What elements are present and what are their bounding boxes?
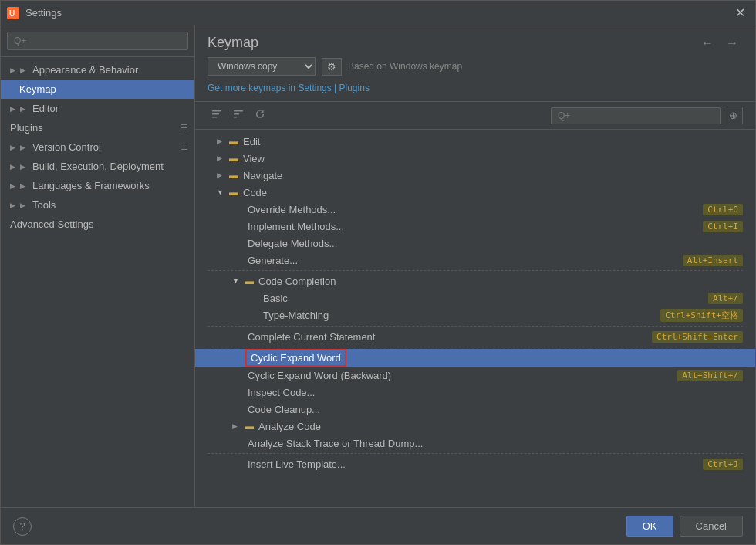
expand-all-button[interactable] <box>208 107 226 124</box>
separator <box>208 453 743 454</box>
help-button[interactable]: ? <box>13 517 32 536</box>
arrow-icon: ▶ <box>217 137 226 145</box>
tree-item-override[interactable]: Override Methods... Ctrl+O <box>195 201 755 218</box>
window-title: Settings <box>25 7 62 19</box>
sidebar-item-label: Advanced Settings <box>10 218 93 230</box>
sidebar-item-languages[interactable]: ▶ Languages & Frameworks <box>1 176 194 195</box>
content-area: ▶ Appearance & Behavior Keymap ▶ Editor … <box>1 25 755 507</box>
tree-item-cyclic-expand-back[interactable]: Cyclic Expand Word (Backward) Alt+Shift+… <box>195 367 755 384</box>
collapse-all-button[interactable] <box>229 107 248 124</box>
sidebar-item-version-control[interactable]: ▶ Version Control ☰ <box>1 137 194 157</box>
tree-item-label: Inspect Code... <box>248 387 315 398</box>
sidebar-item-tools[interactable]: ▶ Tools <box>1 195 194 215</box>
tree-item-label: Implement Methods... <box>248 221 344 232</box>
tree-item-label: Complete Current Statement <box>248 331 375 343</box>
sidebar-search-input[interactable] <box>7 32 188 50</box>
restore-defaults-button[interactable] <box>251 107 269 124</box>
tree-item-label: Edit <box>243 136 260 147</box>
search-action-button[interactable]: ⊕ <box>724 107 743 124</box>
settings-window: U Settings ✕ ▶ Appearance & Behavior Key… <box>0 0 756 545</box>
tree-item-label: Code <box>243 187 267 198</box>
tree-item-edit[interactable]: ▶ ▬ Edit <box>195 133 755 150</box>
sidebar-item-editor[interactable]: ▶ Editor <box>1 99 194 118</box>
sidebar-item-label: Keymap <box>19 83 56 95</box>
keymap-controls: Windows copyDefaultMac OS XEclipseNetBea… <box>208 57 743 76</box>
shortcut-badge: Ctrl+Shift+空格 <box>660 309 743 322</box>
sidebar-item-advanced[interactable]: Advanced Settings <box>1 215 194 234</box>
sidebar-item-label: Appearance & Behavior <box>32 64 138 76</box>
folder-icon: ▬ <box>229 153 238 164</box>
toolbar-search: ⊕ <box>551 107 743 124</box>
ok-button[interactable]: OK <box>626 516 673 537</box>
sidebar-nav: ▶ Appearance & Behavior Keymap ▶ Editor … <box>1 57 194 507</box>
cancel-button[interactable]: Cancel <box>680 516 743 537</box>
tree-item-implement[interactable]: Implement Methods... Ctrl+I <box>195 218 755 235</box>
tree-item-label: Code Completion <box>258 276 336 287</box>
arrow-icon: ▶ <box>20 163 29 171</box>
keymap-tree[interactable]: ▶ ▬ Edit ▶ ▬ View ▶ ▬ Navigate <box>195 130 755 507</box>
sidebar-item-label: Languages & Frameworks <box>32 180 150 191</box>
sidebar-item-label: Plugins <box>10 122 43 134</box>
close-button[interactable]: ✕ <box>731 4 749 22</box>
separator <box>208 347 743 347</box>
tree-item-code-completion[interactable]: ▼ ▬ Code Completion <box>195 272 755 289</box>
header-top-row: Keymap ← → <box>208 35 743 57</box>
tree-item-code[interactable]: ▼ ▬ Code <box>195 184 755 201</box>
folder-icon: ▬ <box>229 136 238 147</box>
keymap-select[interactable]: Windows copyDefaultMac OS XEclipseNetBea… <box>208 57 316 76</box>
sidebar-item-keymap[interactable]: Keymap <box>1 80 194 99</box>
svg-text:U: U <box>9 9 15 18</box>
keymap-gear-button[interactable]: ⚙ <box>322 58 342 76</box>
tree-item-type-matching[interactable]: Type-Matching Ctrl+Shift+空格 <box>195 306 755 324</box>
arrow-icon: ▶ <box>217 171 226 179</box>
tree-item-complete-current[interactable]: Complete Current Statement Ctrl+Shift+En… <box>195 328 755 345</box>
tree-item-generate[interactable]: Generate... Alt+Insert <box>195 252 755 269</box>
tree-item-label: Delegate Methods... <box>248 238 337 249</box>
shortcut-badge: Alt+Insert <box>683 255 743 266</box>
tree-item-analyze-code[interactable]: ▶ ▬ Analyze Code <box>195 418 755 435</box>
tree-item-label: Insert Live Template... <box>248 459 346 470</box>
tree-item-analyze-stack[interactable]: Analyze Stack Trace or Thread Dump... <box>195 435 755 452</box>
svg-rect-2 <box>212 110 221 112</box>
sidebar-item-build[interactable]: ▶ Build, Execution, Deployment <box>1 157 194 176</box>
arrow-icon: ▶ <box>217 154 226 162</box>
sidebar-item-label: Version Control <box>32 141 101 153</box>
tree-item-label: Navigate <box>243 170 282 181</box>
sidebar-item-plugins[interactable]: Plugins ☰ <box>1 118 194 137</box>
sidebar-search-box <box>1 25 194 57</box>
arrow-icon: ▶ <box>20 105 29 113</box>
svg-rect-5 <box>234 110 243 112</box>
shortcut-badge: Ctrl+I <box>703 221 743 232</box>
nav-forward-button[interactable]: → <box>721 35 743 52</box>
sidebar-item-appearance[interactable]: ▶ Appearance & Behavior <box>1 60 194 80</box>
tree-item-delegate[interactable]: Delegate Methods... <box>195 235 755 252</box>
keymap-search-input[interactable] <box>551 107 721 124</box>
arrow-icon: ▼ <box>232 277 241 285</box>
get-more-link[interactable]: Get more keymaps in Settings | Plugins <box>208 83 370 93</box>
tree-item-view[interactable]: ▶ ▬ View <box>195 150 755 167</box>
based-on-text: Based on Windows keymap <box>348 61 462 72</box>
titlebar: U Settings ✕ <box>1 1 755 25</box>
sidebar-item-label: Build, Execution, Deployment <box>32 161 164 172</box>
vc-badge: ☰ <box>181 142 188 152</box>
separator <box>208 270 743 271</box>
nav-back-button[interactable]: ← <box>697 35 718 52</box>
tree-item-code-cleanup[interactable]: Code Cleanup... <box>195 401 755 418</box>
tree-item-label: Code Cleanup... <box>248 404 320 415</box>
svg-rect-7 <box>234 117 237 118</box>
tree-item-label: Analyze Stack Trace or Thread Dump... <box>248 438 423 449</box>
tree-item-navigate[interactable]: ▶ ▬ Navigate <box>195 167 755 184</box>
arrow-icon: ▶ <box>20 144 29 151</box>
main-panel: Keymap ← → Windows copyDefaultMac OS XEc… <box>195 25 755 507</box>
main-title: Keymap <box>208 35 258 51</box>
tree-item-label: Analyze Code <box>258 421 321 432</box>
tree-item-cyclic-expand[interactable]: Cyclic Expand Word <box>195 349 755 367</box>
tree-item-basic[interactable]: Basic Alt+/ <box>195 289 755 306</box>
cyclic-expand-label: Cyclic Expand Word <box>248 351 344 364</box>
tree-item-label: View <box>243 153 265 164</box>
tree-item-inspect-code[interactable]: Inspect Code... <box>195 384 755 401</box>
tree-item-insert-template[interactable]: Insert Live Template... Ctrl+J <box>195 455 755 472</box>
tree-item-label: Override Methods... <box>248 204 336 215</box>
tree-item-label: Generate... <box>248 255 298 266</box>
separator <box>208 326 743 327</box>
